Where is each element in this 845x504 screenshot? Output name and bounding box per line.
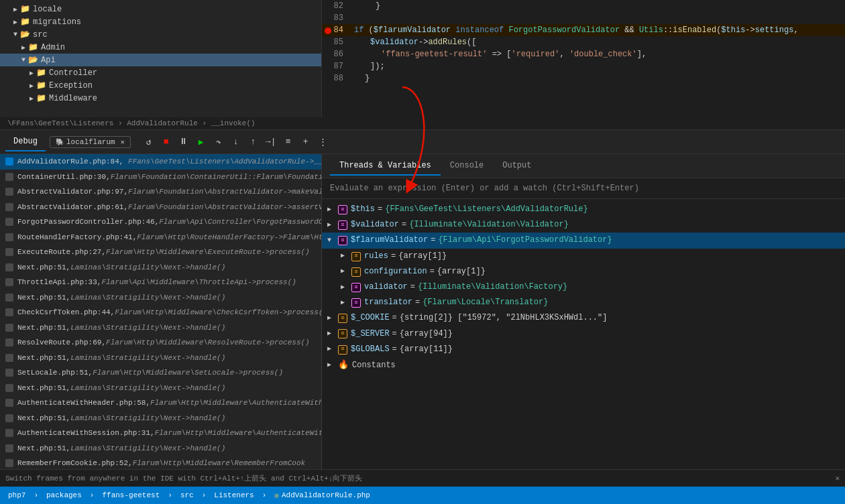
stack-icon [5, 429, 13, 437]
tree-item-middleware[interactable]: ▶ 📁 Middleware [0, 92, 321, 105]
var-item-flarum-validator[interactable]: ▼ ≡ $flarumValidator = {Flarum\Api\Forgo… [322, 233, 845, 248]
expand-arrow-icon: ▶ [327, 204, 335, 215]
run-to-cursor-icon[interactable]: →| [264, 135, 278, 149]
stack-item-9[interactable]: Next.php:51, Laminas\Stratigility\Next->… [0, 290, 321, 306]
var-item-validator[interactable]: ▶ ≡ $validator = {Illuminate\Validation\… [322, 217, 845, 233]
var-value: {Illuminate\Validation\Validator} [409, 218, 569, 231]
stack-item-7[interactable]: Next.php:51, Laminas\Stratigility\Next->… [0, 260, 321, 275]
code-line-82: 82 } [322, 0, 845, 12]
tree-item-controller[interactable]: ▶ 📁 Controller [0, 66, 321, 79]
stack-icon [5, 233, 13, 241]
more-icon[interactable]: ⋮ [316, 135, 331, 149]
stack-item-18[interactable]: AuthenticateWithSession.php:31, Flarum\H… [0, 426, 321, 441]
php-version: php7 [8, 491, 25, 499]
var-name: configuration [364, 265, 427, 278]
var-obj-icon: ≡ [338, 235, 347, 247]
tree-item-src[interactable]: ▼ 📂 src [0, 28, 321, 41]
stack-item-6[interactable]: ExecuteRoute.php:27, Flarum\Http\Middlew… [0, 245, 321, 260]
stack-item-2[interactable]: AbstractValidator.php:97, Flarum\Foundat… [0, 184, 321, 200]
stack-icon [5, 459, 13, 467]
step-into-icon[interactable]: ↓ [229, 135, 243, 149]
stack-item-0[interactable]: AddValidatorRule.php:84, FFans\GeeTest\L… [0, 154, 321, 170]
main-container: ▶ 📁 locale ▶ 📁 migrations ▼ 📂 src ▶ 📁 Ad… [0, 0, 845, 504]
stack-item-12[interactable]: ResolveRoute.php:69, Flarum\Http\Middlew… [0, 335, 321, 351]
step-out-icon[interactable]: ↑ [246, 135, 261, 149]
var-item-constants[interactable]: ▶ 🔥 Constants [322, 357, 845, 374]
expand-arrow-icon: ▶ [341, 298, 349, 308]
code-line-84: 84 if ($flarumValidator instanceof Forgo… [322, 24, 845, 36]
tree-item-locale[interactable]: ▶ 📁 locale [0, 3, 321, 15]
file-tree: ▶ 📁 locale ▶ 📁 migrations ▼ 📂 src ▶ 📁 Ad… [0, 0, 322, 117]
folder-icon: 📁 [28, 42, 38, 52]
chevron-down-icon: ▼ [21, 56, 25, 64]
tab-threads-variables[interactable]: Threads & Variables [330, 157, 441, 176]
var-value: {Illuminate\Validation\Factory} [418, 281, 567, 294]
stack-item-5[interactable]: RouteHandlerFactory.php:41, Flarum\Http\… [0, 230, 321, 245]
status-separator: › [34, 491, 38, 499]
tab-debug[interactable]: Debug [5, 133, 46, 151]
stack-item-11[interactable]: Next.php:51, Laminas\Stratigility\Next->… [0, 320, 321, 336]
var-item-this[interactable]: ▶ ≡ $this = {FFans\GeeTest\Listeners\Add… [322, 202, 845, 217]
var-value: {FFans\GeeTest\Listeners\AddValidatorRul… [385, 203, 587, 216]
tree-item-exception[interactable]: ▶ 📁 Exception [0, 79, 321, 92]
step-over-icon[interactable]: ↷ [211, 135, 226, 149]
stack-item-16[interactable]: AuthenticateWithHeader.php:58, Flarum\Ht… [0, 395, 321, 411]
var-item-translator[interactable]: ▶ ≡ translator = {Flarum\Locale\Translat… [335, 295, 845, 310]
evaluate-icon[interactable]: ≡ [281, 135, 296, 149]
folder-icon: 📁 [20, 4, 30, 14]
breakpoint-dot [325, 27, 331, 34]
stack-item-14[interactable]: SetLocale.php:51, Flarum\Http\Middleware… [0, 365, 321, 381]
stack-item-13[interactable]: Next.php:51, Laminas\Stratigility\Next->… [0, 351, 321, 366]
stack-icon [5, 444, 13, 452]
stack-item-17[interactable]: Next.php:51, Laminas\Stratigility\Next->… [0, 411, 321, 426]
var-item-validator-child[interactable]: ▶ ≡ validator = {Illuminate\Validation\F… [335, 279, 845, 295]
code-line-88: 88 } [322, 72, 845, 84]
var-arr-icon: ≡ [338, 343, 347, 355]
var-item-rules[interactable]: ▶ ≡ rules = {array[1]} [335, 249, 845, 264]
tab-console[interactable]: Console [441, 157, 493, 176]
var-tree: ▶ ≡ $this = {FFans\GeeTest\Listeners\Add… [322, 199, 845, 469]
line-number: 86 [322, 50, 349, 59]
resume-icon[interactable]: ▶ [194, 135, 209, 149]
var-item-configuration[interactable]: ▶ ≡ configuration = {array[1]} [335, 264, 845, 279]
stack-item-20[interactable]: RememberFromCookie.php:52, Flarum\Http\M… [0, 456, 321, 469]
var-equals: = [391, 250, 396, 263]
folder-icon: 📁 [20, 17, 30, 27]
var-equals: = [410, 281, 415, 294]
line-content: ]); [349, 62, 845, 71]
var-equals: = [392, 328, 397, 340]
stack-item-8[interactable]: ThrottleApi.php:33, Flarum\Api\Middlewar… [0, 275, 321, 290]
debug-content: AddValidatorRule.php:84, FFans\GeeTest\L… [0, 154, 845, 469]
stack-item-3[interactable]: AbstractValidator.php:61, Flarum\Foundat… [0, 200, 321, 215]
stack-item-10[interactable]: CheckCsrfToken.php:44, Flarum\Http\Middl… [0, 305, 321, 320]
var-value: {Flarum\Locale\Translator} [422, 296, 548, 309]
restart-icon[interactable]: ↺ [142, 135, 156, 149]
var-item-cookie[interactable]: ▶ ≡ $_COOKIE = {string[2]} ["15972", "2l… [322, 310, 845, 326]
process-selector[interactable]: 🐘 localflarum ✕ [50, 136, 131, 148]
tree-item-api[interactable]: ▼ 📂 Api [0, 54, 321, 66]
stop-icon[interactable]: ■ [159, 135, 174, 149]
circle-icon: ⊙ [274, 491, 279, 500]
var-item-server[interactable]: ▶ ≡ $_SERVER = {array[94]} [322, 326, 845, 342]
code-lines: 82 } 83 84 if ($flarumValidator instance… [322, 0, 845, 84]
stack-text: AddValidatorRule.php:84, FFans\GeeTest\L… [17, 156, 321, 168]
status-listeners: Listeners [214, 491, 253, 499]
close-icon[interactable]: ✕ [121, 138, 125, 146]
expand-arrow-icon: ▶ [327, 313, 335, 324]
stack-frames-panel: AddValidatorRule.php:84, FFans\GeeTest\L… [0, 154, 322, 469]
var-item-globals[interactable]: ▶ ≡ $GLOBALS = {array[11]} [322, 342, 845, 357]
stack-item-15[interactable]: Next.php:51, Laminas\Stratigility\Next->… [0, 381, 321, 396]
tab-output[interactable]: Output [493, 157, 541, 176]
line-content: 'ffans-geetest-result' => ['required', '… [349, 50, 845, 59]
stack-item-19[interactable]: Next.php:51, Laminas\Stratigility\Next->… [0, 441, 321, 456]
var-value: {Flarum\Api\ForgotPasswordValidator} [438, 234, 612, 247]
expand-arrow-icon: ▶ [341, 266, 349, 277]
stack-item-4[interactable]: ForgotPasswordController.php:46, Flarum\… [0, 214, 321, 230]
watch-icon[interactable]: + [298, 135, 313, 149]
pause-icon[interactable]: ⏸ [176, 135, 191, 149]
tree-label: Admin [41, 43, 65, 52]
stack-item-1[interactable]: ContainerUtil.php:30, Flarum\Foundation\… [0, 170, 321, 185]
tree-item-admin[interactable]: ▶ 📁 Admin [0, 41, 321, 54]
close-hint-icon[interactable]: ✕ [835, 474, 840, 483]
tree-item-migrations[interactable]: ▶ 📁 migrations [0, 15, 321, 28]
